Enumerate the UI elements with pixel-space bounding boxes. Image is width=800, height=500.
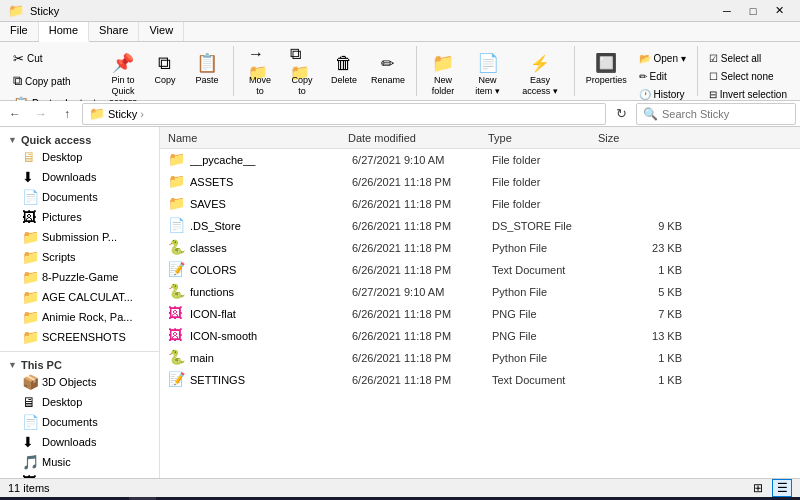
sidebar-item-submission-p[interactable]: 📁 Submission P... [0, 227, 159, 247]
item-count: 11 items [8, 482, 50, 494]
copy-button[interactable]: ⧉ Copy [145, 48, 185, 89]
tab-file[interactable]: File [0, 22, 39, 41]
table-row[interactable]: 🖼 ICON-flat 6/26/2021 11:18 PM PNG File … [160, 303, 800, 325]
file-size: 1 KB [602, 374, 682, 386]
music-icon: 🎵 [22, 454, 38, 470]
file-icon: 🖼 [168, 305, 186, 323]
table-row[interactable]: 📝 SETTINGS 6/26/2021 11:18 PM Text Docum… [160, 369, 800, 391]
copyto-button[interactable]: ⧉📁 Copyto [282, 48, 322, 100]
edit-button[interactable]: ✏ Edit [634, 68, 691, 85]
col-size[interactable]: Size [598, 132, 678, 144]
file-icon: 🖼 [168, 327, 186, 345]
title-bar-title: Sticky [30, 5, 59, 17]
sidebar-item-downloads-qa[interactable]: ⬇ Downloads [0, 167, 159, 187]
cut-button[interactable]: ✂Cut [8, 48, 101, 69]
downloads-qa-icon: ⬇ [22, 169, 38, 185]
tab-view[interactable]: View [139, 22, 184, 41]
newfolder-button[interactable]: 📁 Newfolder [423, 48, 463, 100]
file-type: Python File [492, 352, 602, 364]
sidebar-item-3d-objects[interactable]: 📦 3D Objects [0, 372, 159, 392]
minimize-button[interactable]: ─ [714, 0, 740, 22]
file-size: 1 KB [602, 264, 682, 276]
sidebar-item-scripts[interactable]: 📁 Scripts [0, 247, 159, 267]
sidebar-item-8puzzle[interactable]: 📁 8-Puzzle-Game [0, 267, 159, 287]
delete-button[interactable]: 🗑 Delete [324, 48, 364, 89]
properties-button[interactable]: 🔲 Properties [581, 48, 632, 89]
copy-path-button[interactable]: ⧉Copy path [8, 70, 101, 92]
back-button[interactable]: ← [4, 103, 26, 125]
3dobjects-icon: 📦 [22, 374, 38, 390]
open-group: 🔲 Properties 📂 Open ▾ ✏ Edit 🕐 History O… [575, 46, 698, 96]
file-name: ASSETS [190, 176, 352, 188]
sidebar-item-desktop-pc[interactable]: 🖥 Desktop [0, 392, 159, 412]
sidebar-item-downloads-pc[interactable]: ⬇ Downloads [0, 432, 159, 452]
newitem-button[interactable]: 📄 New item ▾ [465, 48, 510, 100]
organize-group: →📁 Moveto ⧉📁 Copyto 🗑 Delete ✏ Rename [234, 46, 417, 96]
file-type: File folder [492, 154, 602, 166]
rename-icon: ✏ [376, 51, 400, 75]
table-row[interactable]: 🐍 classes 6/26/2021 11:18 PM Python File… [160, 237, 800, 259]
file-type: Python File [492, 242, 602, 254]
ribbon: File Home Share View ✂Cut ⧉Copy path 📋Pa… [0, 22, 800, 101]
sidebar-item-screenshots[interactable]: 📁 SCREENSHOTS [0, 327, 159, 347]
thispc-label: This PC [21, 359, 62, 371]
sidebar-separator [0, 351, 159, 352]
moveto-button[interactable]: →📁 Moveto [240, 48, 280, 100]
sidebar-item-desktop-qa[interactable]: 🖥 Desktop [0, 147, 159, 167]
view-list-button[interactable]: ☰ [772, 479, 792, 497]
address-bar: ← → ↑ 📁 Sticky › ↻ 🔍 [0, 101, 800, 127]
quickaccess-header[interactable]: ▼ Quick access [0, 131, 159, 147]
table-row[interactable]: 🖼 ICON-smooth 6/26/2021 11:18 PM PNG Fil… [160, 325, 800, 347]
downloads-pc-label: Downloads [42, 436, 96, 448]
file-name: __pycache__ [190, 154, 352, 166]
search-input[interactable] [662, 108, 789, 120]
up-button[interactable]: ↑ [56, 103, 78, 125]
col-name[interactable]: Name [168, 132, 348, 144]
table-row[interactable]: 📁 SAVES 6/26/2021 11:18 PM File folder [160, 193, 800, 215]
organize-buttons: →📁 Moveto ⧉📁 Copyto 🗑 Delete ✏ Rename [240, 48, 410, 100]
view-icons-button[interactable]: ⊞ [748, 479, 768, 497]
tab-home[interactable]: Home [39, 22, 89, 42]
file-list-header: Name Date modified Type Size [160, 127, 800, 149]
file-type: Python File [492, 286, 602, 298]
paste-button[interactable]: 📋 Paste [187, 48, 227, 89]
thispc-arrow: ▼ [8, 360, 17, 370]
rename-button[interactable]: ✏ Rename [366, 48, 410, 89]
sidebar-item-documents-qa[interactable]: 📄 Documents [0, 187, 159, 207]
table-row[interactable]: 📄 .DS_Store 6/26/2021 11:18 PM DS_STORE … [160, 215, 800, 237]
pin-icon: 📌 [111, 51, 135, 75]
table-row[interactable]: 📁 __pycache__ 6/27/2021 9:10 AM File fol… [160, 149, 800, 171]
maximize-button[interactable]: □ [740, 0, 766, 22]
quickaccess-label: Quick access [21, 134, 91, 146]
table-row[interactable]: 🐍 functions 6/27/2021 9:10 AM Python Fil… [160, 281, 800, 303]
downloads-qa-label: Downloads [42, 171, 96, 183]
easyaccess-button[interactable]: ⚡ Easy access ▾ [512, 48, 567, 100]
open-button[interactable]: 📂 Open ▾ [634, 50, 691, 67]
documents-qa-icon: 📄 [22, 189, 38, 205]
selectall-button[interactable]: ☑ Select all [704, 50, 792, 67]
col-type[interactable]: Type [488, 132, 598, 144]
sidebar-item-documents-pc[interactable]: 📄 Documents [0, 412, 159, 432]
selectnone-button[interactable]: ☐ Select none [704, 68, 792, 85]
tab-share[interactable]: Share [89, 22, 139, 41]
col-date[interactable]: Date modified [348, 132, 488, 144]
table-row[interactable]: 📁 ASSETS 6/26/2021 11:18 PM File folder [160, 171, 800, 193]
thispc-header[interactable]: ▼ This PC [0, 356, 159, 372]
file-size: 7 KB [602, 308, 682, 320]
delete-icon: 🗑 [332, 51, 356, 75]
table-row[interactable]: 📝 COLORS 6/26/2021 11:18 PM Text Documen… [160, 259, 800, 281]
table-row[interactable]: 🐍 main 6/26/2021 11:18 PM Python File 1 … [160, 347, 800, 369]
sidebar-item-animie-rock[interactable]: 📁 Animie Rock, Pa... [0, 307, 159, 327]
sidebar-item-age-calc[interactable]: 📁 AGE CALCULAT... [0, 287, 159, 307]
path-bar[interactable]: 📁 Sticky › [82, 103, 606, 125]
file-date: 6/26/2021 11:18 PM [352, 308, 492, 320]
sidebar-item-pictures-qa[interactable]: 🖼 Pictures [0, 207, 159, 227]
forward-button[interactable]: → [30, 103, 52, 125]
file-date: 6/26/2021 11:18 PM [352, 242, 492, 254]
refresh-button[interactable]: ↻ [610, 103, 632, 125]
close-button[interactable]: ✕ [766, 0, 792, 22]
sidebar-item-music[interactable]: 🎵 Music [0, 452, 159, 472]
file-type: Text Document [492, 374, 602, 386]
pictures-qa-label: Pictures [42, 211, 82, 223]
status-right: ⊞ ☰ [748, 479, 792, 497]
